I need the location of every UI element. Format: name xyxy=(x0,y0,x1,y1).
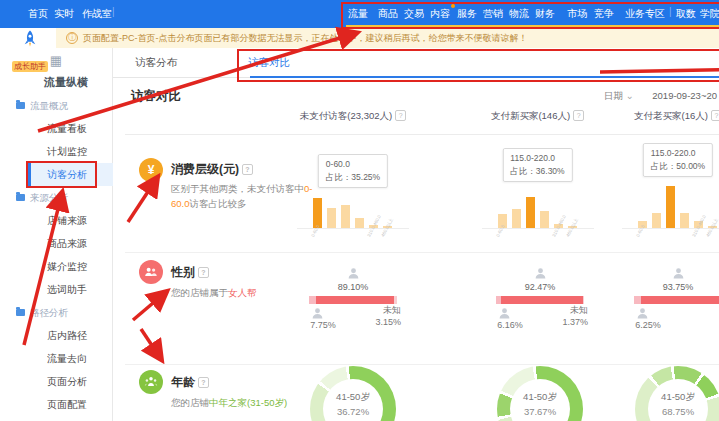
sidebar-item-计划监控[interactable]: 计划监控 xyxy=(28,140,113,163)
nav-item-商品[interactable]: 商品 xyxy=(378,7,398,21)
nav-item-取数[interactable]: 取数 xyxy=(676,7,696,21)
main-panel: 访客分布 访客对比 访客对比 日期 ⌄ 2019-09-23~20 未支付访客(… xyxy=(113,48,719,421)
donut-center-value: 36.72% xyxy=(323,406,383,417)
age-icon xyxy=(139,370,163,394)
male-person-icon xyxy=(636,306,649,324)
growth-assistant-label: 成长助手 xyxy=(12,61,48,72)
notice-text: 页面配置-PC-首页-点击分布页面已有部分数据无法显示，正在处理中，建议稍后再试… xyxy=(83,32,528,45)
female-percentage: 89.10% xyxy=(323,282,383,292)
nav-item-学院[interactable]: 学院 xyxy=(700,7,719,21)
nav-item-竞争[interactable]: 竞争 xyxy=(594,7,614,21)
bar-115.0-220.0 xyxy=(666,186,675,229)
donut-center-value: 68.75% xyxy=(648,406,708,417)
consume-level-title: 消费层级(元)? xyxy=(171,161,253,178)
help-icon[interactable]: ? xyxy=(198,267,209,278)
date-range-value: 2019-09-23~20 xyxy=(652,90,717,101)
nav-item-交易[interactable]: 交易 xyxy=(404,7,424,21)
sidebar-item-选词助手[interactable]: 选词助手 xyxy=(28,278,113,301)
female-person-icon xyxy=(347,266,360,284)
bar-60.0-115.0 xyxy=(652,213,661,228)
growth-assistant-widget[interactable]: 成长助手 xyxy=(8,29,52,73)
sidebar-item-访客分析[interactable]: 访客分析 xyxy=(28,163,113,186)
gender-stacked-bar xyxy=(634,296,719,304)
column-header-unpaid: 未支付访客(23,302人)? xyxy=(283,110,423,123)
male-percentage: 6.25% xyxy=(626,320,670,330)
donut-center-label: 41-50岁 xyxy=(323,391,383,404)
donut-center-value: 37.67% xyxy=(510,406,570,417)
unknown-label: 未知 xyxy=(554,304,588,317)
consume-bar-chart xyxy=(638,178,718,228)
sidebar-item-流量看板[interactable]: 流量看板 xyxy=(28,117,113,140)
help-icon[interactable]: ? xyxy=(573,110,584,121)
tab-bar: 访客分布 访客对比 xyxy=(113,48,719,78)
column-header-new-buyers: 支付新买家(146人)? xyxy=(470,110,605,123)
bar-310.0-460.0 xyxy=(694,221,703,228)
consume-level-desc: 区别于其他两类，未支付访客中0-60.0访客占比较多 xyxy=(171,182,329,211)
nav-item-首页[interactable]: 首页 xyxy=(28,7,48,21)
help-icon[interactable]: ? xyxy=(198,377,209,388)
sidebar-group-流量概况[interactable]: 流量概况 xyxy=(0,94,112,117)
nav-item-物流[interactable]: 物流 xyxy=(509,7,529,21)
sidebar-item-页面配置[interactable]: 页面配置 xyxy=(28,393,113,416)
help-icon[interactable]: ? xyxy=(395,110,406,121)
bar-115.0-220.0 xyxy=(526,197,535,228)
date-label: 日期 xyxy=(604,90,623,101)
sidebar-item-媒介监控[interactable]: 媒介监控 xyxy=(28,255,113,278)
nav-item-营销[interactable]: 营销 xyxy=(483,7,503,21)
chevron-down-icon: ⌄ xyxy=(626,90,634,101)
female-person-icon xyxy=(672,266,685,284)
consume-tooltip: 115.0-220.0占比：36.30% xyxy=(502,148,572,182)
notification-dot xyxy=(451,4,455,8)
help-icon[interactable]: ? xyxy=(242,164,253,175)
male-percentage: 6.16% xyxy=(488,320,532,330)
nav-item-财务[interactable]: 财务 xyxy=(535,7,555,21)
donut-center-label: 41-50岁 xyxy=(510,391,570,404)
sidebar-item-店内路径[interactable]: 店内路径 xyxy=(28,324,113,347)
consume-chart-col-1: 115.0-220.0占比：36.30%0-60.0310.0-460.0460… xyxy=(470,48,605,421)
bar-0-60.0 xyxy=(498,214,507,228)
sidebar-group-路径分析[interactable]: 路径分析 xyxy=(0,301,112,324)
folder-icon xyxy=(16,194,25,201)
gender-stacked-bar xyxy=(496,296,584,304)
page-title: 访客对比 xyxy=(131,88,181,105)
male-percentage: 7.75% xyxy=(301,320,345,330)
tab-visitor-distribution[interactable]: 访客分布 xyxy=(135,56,177,70)
bar-115.0-220.0 xyxy=(341,205,350,228)
donut-center-label: 41-50岁 xyxy=(648,391,708,404)
top-nav: 首页实时作战室|流量商品交易内容服务营销物流财务市场竞争业务专区|取数学院 xyxy=(0,0,719,28)
nav-item-服务[interactable]: 服务 xyxy=(457,7,477,21)
nav-item-业务专区[interactable]: 业务专区 xyxy=(625,7,665,21)
bar-0-60.0 xyxy=(638,221,647,228)
sidebar-title: 流量纵横 xyxy=(0,70,112,94)
unknown-percentage: 1.37% xyxy=(554,317,588,327)
nav-item-内容[interactable]: 内容 xyxy=(430,7,450,21)
notice-bar: ⓘ 页面配置-PC-首页-点击分布页面已有部分数据无法显示，正在处理中，建议稍后… xyxy=(56,28,719,48)
male-person-icon xyxy=(498,306,511,324)
male-person-icon xyxy=(311,306,324,324)
help-icon[interactable]: ? xyxy=(711,110,719,121)
bar-220.0-310.0 xyxy=(680,213,689,228)
rocket-icon xyxy=(19,29,41,51)
bar-310.0-460.0 xyxy=(369,225,378,228)
sidebar-group-来源分析[interactable]: 来源分析 xyxy=(0,186,112,209)
app-window: 首页实时作战室|流量商品交易内容服务营销物流财务市场竞争业务专区|取数学院 ⓘ … xyxy=(0,0,719,421)
bar-460.0以上 xyxy=(568,226,577,228)
bar-460.0以上 xyxy=(708,226,717,228)
sidebar-item-流量去向[interactable]: 流量去向 xyxy=(28,347,113,370)
nav-item-实时[interactable]: 实时 xyxy=(54,7,74,21)
date-picker[interactable]: 日期 ⌄ 2019-09-23~20 xyxy=(604,90,717,103)
consume-level-icon: ¥ xyxy=(139,158,163,182)
folder-icon xyxy=(16,309,25,316)
gender-icon xyxy=(139,260,163,284)
sidebar-item-页面分析[interactable]: 页面分析 xyxy=(28,370,113,393)
nav-item-作战室[interactable]: 作战室 xyxy=(82,7,112,21)
sidebar-item-商品来源[interactable]: 商品来源 xyxy=(28,232,113,255)
age-desc: 您的店铺中年之家(31-50岁) xyxy=(171,396,329,411)
age-donut-chart: 41-50岁36.72% xyxy=(310,366,396,421)
unknown-percentage: 3.15% xyxy=(367,317,401,327)
tab-visitor-compare[interactable]: 访客对比 xyxy=(248,56,719,70)
sidebar-item-店铺来源[interactable]: 店铺来源 xyxy=(28,209,113,232)
nav-item-市场[interactable]: 市场 xyxy=(567,7,587,21)
bar-460.0以上 xyxy=(383,226,392,228)
sidebar: ▦ 流量纵横 流量概况流量看板计划监控访客分析来源分析店铺来源商品来源媒介监控选… xyxy=(0,48,113,421)
